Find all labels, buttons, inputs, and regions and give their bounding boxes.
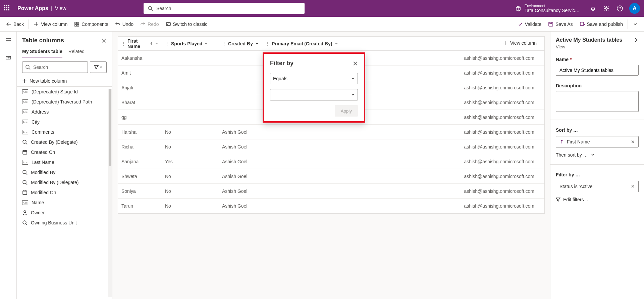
global-search[interactable]: Search — [144, 3, 305, 14]
svg-line-27 — [26, 183, 27, 185]
new-table-column[interactable]: New table column — [17, 76, 112, 86]
remove-filter-icon[interactable]: ✕ — [631, 184, 635, 189]
undo-label: Undo — [122, 22, 133, 27]
chevron-down-icon — [334, 42, 338, 46]
grip-icon: ⋮ — [266, 41, 270, 46]
remove-sort-icon[interactable]: ✕ — [631, 139, 635, 144]
text-field-icon: Abc — [22, 120, 28, 124]
user-avatar[interactable]: A — [629, 3, 640, 14]
column-item[interactable]: Created By (Delegate) — [17, 137, 108, 147]
column-item[interactable]: Owner — [17, 208, 108, 218]
tab-related[interactable]: Related — [68, 49, 85, 57]
table-row[interactable]: TarunNoAshish Goelashish@ashishg.onmicro… — [118, 199, 544, 213]
table-row[interactable]: HarshaNoAshish Goelashish@ashishg.onmicr… — [118, 125, 544, 139]
columns-filter-button[interactable] — [90, 61, 107, 73]
apply-button[interactable]: Apply — [335, 105, 358, 117]
column-item-label: Address — [32, 109, 49, 115]
tab-my-students[interactable]: My Students table — [22, 49, 62, 57]
column-item-label: Modified By — [31, 170, 55, 175]
plus-icon — [503, 41, 507, 45]
column-header-created-by[interactable]: ⋮Created By — [219, 41, 262, 46]
save-publish-button[interactable]: Save and publish — [576, 19, 626, 29]
svg-rect-11 — [549, 22, 553, 26]
filter-operator-select[interactable]: Equals — [270, 73, 358, 84]
column-header-sports-played[interactable]: ⋮Sports Played — [162, 41, 219, 46]
rail-fields-button[interactable]: Abc — [3, 52, 14, 63]
table-columns-panel: Table columns My Students table Related … — [17, 32, 112, 299]
left-rail: Abc — [0, 32, 17, 299]
columns-search-input[interactable]: Search — [22, 61, 88, 73]
svg-point-32 — [24, 211, 26, 213]
filter-value-select[interactable] — [270, 89, 358, 100]
sort-by-pill[interactable]: First Name ✕ — [556, 136, 639, 147]
settings-button[interactable] — [600, 2, 613, 15]
name-input[interactable] — [556, 65, 639, 76]
table-row[interactable]: ShwetaNoAshish Goelashish@ashishg.onmicr… — [118, 169, 544, 184]
lookup-icon — [22, 180, 28, 185]
filter-icon — [94, 65, 99, 70]
edit-filters-label: Edit filters … — [563, 197, 590, 202]
chevron-down-icon — [99, 66, 103, 69]
column-item[interactable]: Modified By (Delegate) — [17, 177, 108, 187]
close-icon[interactable] — [101, 38, 107, 43]
add-view-column[interactable]: View column — [498, 38, 541, 48]
rail-menu-button[interactable] — [3, 35, 14, 46]
column-item[interactable]: AbcComments — [17, 127, 108, 137]
column-item[interactable]: Abc(Deprecated) Traversed Path — [17, 97, 108, 107]
cell-first-name: Tarun — [118, 203, 162, 209]
undo-button[interactable]: Undo — [112, 19, 137, 29]
column-item[interactable]: Modified On — [17, 187, 108, 198]
components-button[interactable]: Components — [71, 19, 111, 29]
text-field-icon: Abc — [22, 200, 28, 205]
environment-picker[interactable]: Environment Tata Consultancy Servic… — [515, 4, 580, 13]
lookup-icon — [22, 139, 28, 145]
column-item[interactable]: Owning Business Unit — [17, 218, 108, 228]
column-header-first-name[interactable]: ⋮First Name — [118, 38, 162, 49]
new-col-label: New table column — [30, 78, 67, 84]
svg-line-17 — [29, 68, 30, 70]
notifications-button[interactable] — [586, 2, 600, 15]
help-button[interactable] — [613, 2, 627, 15]
column-item[interactable]: AbcAddress — [17, 107, 108, 117]
description-input[interactable] — [556, 91, 639, 112]
validate-button[interactable]: Validate — [514, 19, 545, 29]
edit-filters[interactable]: Edit filters … — [556, 197, 639, 202]
column-item[interactable]: AbcLast Name — [17, 157, 108, 167]
plus-icon — [34, 22, 39, 27]
save-as-button[interactable]: Save As — [545, 19, 576, 29]
view-column-button[interactable]: View column — [30, 19, 71, 29]
then-sort-by[interactable]: Then sort by … — [556, 152, 639, 158]
back-button[interactable]: Back — [3, 19, 27, 29]
column-item[interactable]: AbcCity — [17, 117, 108, 127]
column-item[interactable]: Abc(Deprecated) Stage Id — [17, 87, 108, 97]
search-icon — [148, 6, 153, 11]
switch-classic-button[interactable]: Switch to classic — [162, 19, 211, 29]
redo-button: Redo — [137, 19, 162, 29]
app-launcher-icon[interactable] — [4, 5, 11, 12]
grip-icon: ⋮ — [222, 41, 226, 46]
svg-rect-28 — [23, 191, 27, 195]
svg-line-34 — [26, 224, 27, 225]
column-item[interactable]: Modified By — [17, 167, 108, 177]
svg-rect-13 — [580, 22, 584, 26]
table-row[interactable]: SanjanaYesAshish Goelashish@ashishg.onmi… — [118, 154, 544, 169]
column-item[interactable]: Created On — [17, 147, 108, 157]
view-title: Active My Students tables — [556, 37, 622, 43]
filter-by-pill[interactable]: Status is 'Active' ✕ — [556, 181, 639, 192]
column-item-label: Owner — [31, 210, 45, 215]
cell-created-by: Ashish Goel — [219, 144, 262, 150]
column-item[interactable]: AbcName — [17, 198, 108, 208]
panel-title: Table columns — [22, 37, 64, 44]
toolbar-chevron[interactable] — [629, 19, 641, 29]
close-icon[interactable] — [353, 61, 358, 66]
table-row[interactable]: SoniyaNoAshish Goelashish@ashishg.onmicr… — [118, 184, 544, 199]
svg-text:Abc: Abc — [7, 56, 11, 59]
chevron-right-icon[interactable] — [634, 38, 639, 42]
required-indicator: * — [570, 57, 572, 62]
columns-scrollbar[interactable] — [108, 89, 112, 297]
environment-label: Environment — [525, 4, 580, 8]
table-row[interactable]: RichaNoAshish Goelashish@ashishg.onmicro… — [118, 139, 544, 154]
cell-first-name: Shweta — [118, 174, 162, 179]
svg-point-18 — [23, 140, 26, 143]
search-placeholder: Search — [156, 6, 171, 11]
